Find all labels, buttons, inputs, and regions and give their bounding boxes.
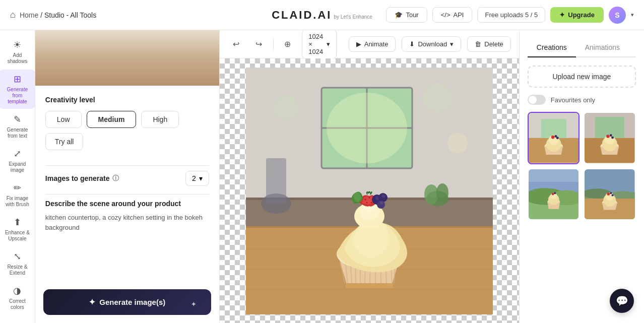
thumbnail-4[interactable] (584, 168, 636, 221)
tab-animations[interactable]: Animations (576, 38, 629, 57)
svg-rect-28 (346, 283, 393, 288)
thumbnail-1[interactable] (528, 112, 580, 164)
sidebar-item-generate-template[interactable]: ⊞ Generate from template (0, 70, 35, 109)
svg-point-83 (612, 194, 614, 196)
sidebar-item-expand-image[interactable]: ⤢ Expand image (0, 144, 35, 177)
sidebar-item-label: Enhance & Upscale (2, 230, 32, 242)
logo-text: CLAID.AI (272, 9, 332, 22)
svg-point-53 (556, 137, 559, 139)
upgrade-label: Upgrade (568, 11, 595, 19)
svg-point-71 (551, 192, 554, 195)
expand-icon: ⤢ (14, 148, 21, 159)
sidebar-item-fix-brush[interactable]: ✏ Fix image with Brush (0, 178, 35, 212)
images-generate-label: Images to generate ⓘ (45, 174, 119, 183)
avatar[interactable]: S (609, 7, 626, 24)
creativity-buttons: Low Medium High (45, 111, 209, 128)
sparkle-icon: ✦ (89, 297, 95, 307)
resize-icon: ⤡ (14, 251, 21, 262)
sparkle-icon-2: ✦ (191, 301, 196, 308)
tour-label: Tour (406, 11, 418, 19)
download-label: Download (418, 40, 447, 48)
home-link[interactable]: Home (20, 11, 38, 19)
sidebar-item-generate-text[interactable]: ✎ Generate from text (0, 110, 35, 143)
images-count-select[interactable]: 2 ▾ (185, 171, 209, 186)
describe-label: Describe the scene around your product (45, 200, 209, 208)
animate-label: Animate (364, 40, 389, 48)
redo-button[interactable]: ↪ (250, 36, 267, 52)
thumbnail-3[interactable] (528, 168, 580, 221)
panel-footer: ✦ Generate image(s) ✦ (35, 281, 219, 323)
chat-bubble-button[interactable]: 💬 (610, 289, 634, 313)
delete-label: Delete (484, 40, 503, 48)
tab-creations[interactable]: Creations (528, 38, 576, 57)
sidebar-item-correct-colors[interactable]: ◑ Correct colors (0, 281, 35, 314)
try-all-button[interactable]: Try all (45, 133, 84, 150)
generate-button-label: Generate image(s) (99, 298, 165, 306)
thumbnail-image-4 (585, 169, 635, 220)
sidebar-item-resize-extend[interactable]: ⤡ Resize & Extend (0, 247, 35, 280)
upscale-icon: ⬆ (14, 217, 21, 228)
creativity-high-button[interactable]: High (141, 111, 179, 128)
svg-point-60 (607, 135, 610, 138)
sidebar: ☀ Add shadows ⊞ Generate from template ✎… (0, 30, 35, 323)
svg-point-51 (551, 136, 555, 139)
zoom-label: 1024 × 1024 (308, 33, 323, 55)
favourites-row: Favourites only (528, 95, 636, 105)
creativity-level-label: Creativity level (45, 96, 209, 104)
panel-image-preview (35, 30, 219, 86)
sidebar-item-label: Generate from template (2, 87, 32, 105)
chevron-down-icon[interactable]: ▾ (631, 12, 634, 18)
zoom-selector[interactable]: 1024 × 1024 ▾ (302, 29, 336, 59)
generate-button[interactable]: ✦ Generate image(s) ✦ (43, 289, 211, 315)
trash-icon: 🗑 (475, 40, 481, 48)
studio-label: Studio - All Tools (44, 11, 96, 19)
svg-point-41 (381, 194, 385, 198)
sidebar-item-enhance-upscale[interactable]: ⬆ Enhance & Upscale (0, 213, 35, 246)
shadows-icon: ☀ (13, 39, 21, 50)
download-chevron-icon: ▾ (450, 40, 454, 48)
text-icon: ✎ (14, 114, 21, 125)
creativity-low-button[interactable]: Low (45, 111, 82, 128)
toggle-knob (529, 96, 537, 104)
svg-point-82 (610, 192, 612, 194)
sidebar-item-add-shadows[interactable]: ☀ Add shadows (0, 35, 35, 69)
svg-rect-24 (266, 158, 286, 204)
zoom-icon-button[interactable]: ⊕ (279, 36, 296, 52)
api-icon: </> (441, 11, 450, 19)
svg-point-59 (605, 135, 615, 145)
panel-content: Creativity level Low Medium High Try all… (35, 86, 219, 281)
describe-text[interactable]: kitchen countertop, a cozy kitchen setti… (45, 213, 209, 243)
api-button[interactable]: </> API (432, 7, 473, 23)
svg-point-37 (370, 202, 372, 203)
info-icon: ⓘ (112, 174, 119, 183)
thumbnail-image-2 (585, 113, 635, 163)
main-layout: ☀ Add shadows ⊞ Generate from template ✎… (0, 30, 644, 323)
animate-button[interactable]: ▶ Animate (349, 36, 396, 52)
upgrade-button[interactable]: ✦ Upgrade (550, 7, 604, 23)
svg-point-61 (610, 134, 612, 137)
svg-point-26 (424, 184, 438, 205)
navbar-right: 🎓 Tour </> API Free uploads 5 / 5 ✦ Upgr… (386, 7, 634, 24)
app-logo: CLAID.AI by Let's Enhance (272, 9, 372, 22)
upload-new-button[interactable]: Upload new image (528, 66, 636, 88)
creativity-medium-button[interactable]: Medium (87, 111, 137, 128)
images-generate-row: Images to generate ⓘ 2 ▾ (45, 171, 209, 186)
toolbar-divider (273, 38, 274, 50)
navbar: ⌂ Home / Studio - All Tools CLAID.AI by … (0, 0, 644, 30)
chevron-down-icon: ▾ (327, 40, 330, 48)
svg-point-43 (380, 202, 383, 205)
favourites-toggle[interactable] (528, 95, 546, 105)
tour-button[interactable]: 🎓 Tour (386, 7, 427, 23)
logo-subtitle: by Let's Enhance (334, 14, 372, 20)
home-icon[interactable]: ⌂ (10, 10, 16, 20)
navbar-left: ⌂ Home / Studio - All Tools (10, 10, 96, 20)
chevron-down-icon: ▾ (199, 174, 203, 182)
svg-point-81 (607, 192, 610, 196)
delete-button[interactable]: 🗑 Delete (467, 36, 511, 52)
undo-button[interactable]: ↩ (228, 36, 244, 52)
svg-point-17 (274, 95, 299, 120)
thumbnail-2[interactable] (584, 112, 636, 164)
download-button[interactable]: ⬇ Download ▾ (402, 36, 461, 52)
divider (45, 165, 209, 166)
download-icon: ⬇ (409, 40, 415, 48)
